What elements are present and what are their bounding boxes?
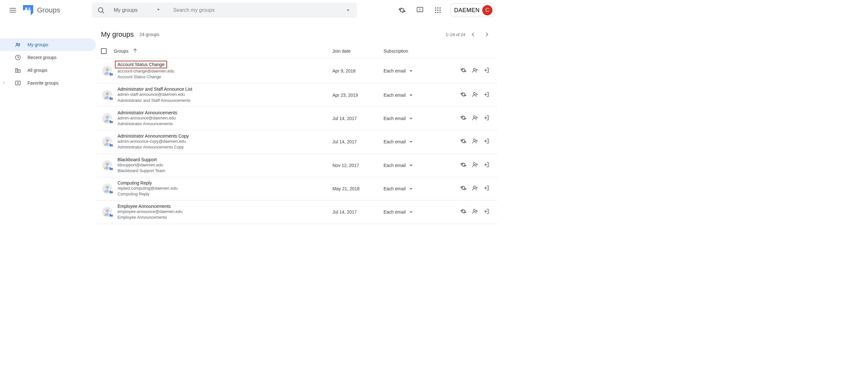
leave-icon	[483, 162, 490, 168]
add-member-button[interactable]	[472, 91, 478, 99]
group-description: Blackboard Support Team	[118, 168, 333, 174]
subscription-dropdown[interactable]: Each email	[383, 116, 447, 121]
leave-icon	[483, 115, 490, 121]
group-description: Employee Announcements	[118, 215, 333, 220]
table-row[interactable]: Computing Reply replied.computing@daemen…	[96, 177, 497, 200]
group-settings-button[interactable]	[460, 91, 467, 99]
expand-icon[interactable]	[2, 81, 7, 86]
prev-page-button[interactable]	[467, 28, 479, 41]
sidebar-item-my-groups[interactable]: My groups	[0, 38, 96, 51]
sidebar-item-recent-groups[interactable]: Recent groups	[0, 51, 96, 64]
table-row[interactable]: Administrator Announcements admin-announ…	[96, 107, 497, 130]
org-badge-icon	[109, 96, 113, 101]
group-settings-button[interactable]	[460, 162, 467, 169]
gear-icon	[460, 208, 467, 215]
table-row[interactable]: Account Status Change account-change@dae…	[96, 59, 497, 83]
group-avatar	[101, 207, 114, 217]
sidebar-item-label: My groups	[28, 42, 48, 47]
google-apps-button[interactable]	[430, 3, 445, 18]
settings-button[interactable]	[394, 3, 410, 18]
subscription-dropdown[interactable]: Each email	[383, 92, 447, 98]
account-switcher[interactable]: DAEMEN C	[451, 3, 495, 17]
app-logo[interactable]: Groups	[22, 4, 60, 17]
group-settings-button[interactable]	[460, 138, 467, 146]
group-name-link[interactable]: Employee Announcements	[118, 204, 171, 209]
group-avatar	[101, 90, 114, 100]
org-brand-name: DAEMEN	[454, 7, 480, 14]
table-header: Groups Join date Subscription	[96, 43, 497, 59]
search-options-button[interactable]	[339, 7, 357, 13]
person-add-icon	[472, 91, 478, 98]
header: Groups My groups DAEMEN C	[0, 0, 500, 21]
group-settings-button[interactable]	[460, 185, 467, 192]
table-row[interactable]: Employee Announcements employee-announce…	[96, 200, 497, 224]
page-header: My groups 24 groups 1–24 of 24	[96, 28, 497, 41]
row-actions	[447, 185, 492, 192]
sidebar-item-label: Recent groups	[28, 55, 57, 60]
leave-group-button[interactable]	[483, 67, 490, 75]
group-name-link[interactable]: Account Status Change	[116, 61, 166, 68]
org-badge-icon	[109, 143, 113, 147]
group-settings-button[interactable]	[460, 67, 467, 75]
subscription-value: Each email	[383, 186, 406, 191]
gear-icon	[460, 91, 467, 98]
search-scope-dropdown[interactable]: My groups	[110, 6, 170, 14]
group-name-link[interactable]: Administrator Announcements	[118, 110, 177, 115]
next-page-button[interactable]	[480, 28, 493, 41]
sort-button[interactable]	[132, 48, 138, 54]
search-button[interactable]	[92, 6, 110, 14]
group-name-link[interactable]: Computing Reply	[118, 180, 152, 186]
feedback-icon	[416, 6, 424, 14]
leave-group-button[interactable]	[483, 162, 490, 169]
table-body: Account Status Change account-change@dae…	[96, 59, 497, 224]
leave-group-button[interactable]	[483, 91, 490, 99]
add-member-button[interactable]	[472, 67, 478, 75]
page-title: My groups	[101, 30, 134, 39]
leave-group-button[interactable]	[483, 138, 490, 146]
search-input[interactable]	[170, 7, 339, 13]
table-row[interactable]: Blackboard Support bbsupport@daemen.edu …	[96, 154, 497, 177]
select-all-checkbox[interactable]	[101, 48, 107, 54]
subscription-dropdown[interactable]: Each email	[383, 186, 447, 192]
main-menu-button[interactable]	[5, 3, 21, 18]
column-subscription[interactable]: Subscription	[383, 49, 447, 54]
row-actions	[447, 115, 492, 122]
add-member-button[interactable]	[472, 138, 478, 146]
group-info: Account Status Change account-change@dae…	[114, 62, 333, 80]
subscription-value: Each email	[383, 139, 406, 144]
search-scope-label: My groups	[114, 7, 137, 13]
org-badge-icon	[109, 72, 113, 76]
add-member-button[interactable]	[472, 115, 478, 122]
feedback-button[interactable]	[412, 3, 428, 18]
column-groups-label: Groups	[114, 49, 128, 54]
group-name-link[interactable]: Administrator and Staff Announce List	[118, 87, 192, 92]
subscription-dropdown[interactable]: Each email	[383, 209, 447, 215]
subscription-dropdown[interactable]: Each email	[383, 139, 447, 145]
org-badge-icon	[109, 119, 113, 124]
search-icon	[97, 6, 105, 14]
column-groups[interactable]: Groups	[114, 48, 333, 54]
leave-group-button[interactable]	[483, 208, 490, 216]
leave-group-button[interactable]	[483, 115, 490, 122]
app-name: Groups	[37, 6, 60, 14]
main-content: My groups 24 groups 1–24 of 24 Groups Jo…	[96, 21, 500, 224]
subscription-dropdown[interactable]: Each email	[383, 162, 447, 168]
group-avatar	[101, 113, 114, 124]
group-settings-button[interactable]	[460, 208, 467, 216]
group-name-link[interactable]: Blackboard Support	[118, 157, 157, 162]
join-date: Jul 14, 2017	[333, 116, 383, 121]
column-join-date[interactable]: Join date	[333, 49, 383, 54]
group-name-link[interactable]: Administrator Announcements Copy	[118, 133, 189, 138]
table-row[interactable]: Administrator Announcements Copy admin-a…	[96, 130, 497, 154]
sidebar-item-favorite-groups[interactable]: Favorite groups	[0, 76, 96, 89]
row-actions	[447, 67, 492, 75]
add-member-button[interactable]	[472, 162, 478, 169]
leave-group-button[interactable]	[483, 185, 490, 192]
add-member-button[interactable]	[472, 208, 478, 216]
sidebar-item-all-groups[interactable]: All groups	[0, 64, 96, 76]
subscription-dropdown[interactable]: Each email	[383, 68, 447, 74]
table-row[interactable]: Administrator and Staff Announce List ad…	[96, 83, 497, 107]
add-member-button[interactable]	[472, 185, 478, 192]
group-settings-button[interactable]	[460, 115, 467, 122]
group-description: Administrator Announcements Copy	[118, 144, 333, 150]
